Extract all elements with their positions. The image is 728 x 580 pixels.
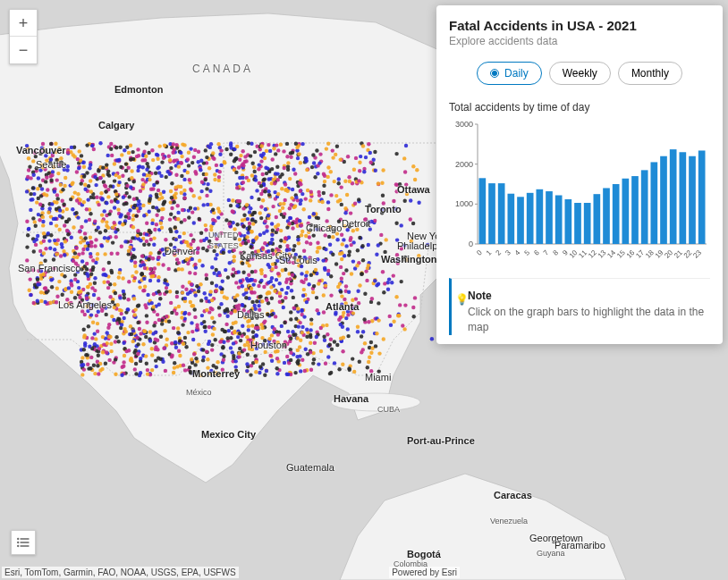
tab-monthly[interactable]: Monthly [618, 62, 682, 85]
svg-point-1715 [324, 248, 327, 251]
svg-point-1928 [250, 173, 254, 177]
svg-point-2426 [143, 266, 147, 270]
chart-bar[interactable] [527, 193, 534, 244]
svg-point-1909 [233, 309, 237, 313]
svg-point-1511 [38, 152, 42, 156]
svg-point-216 [45, 159, 48, 163]
svg-point-1309 [283, 166, 286, 170]
svg-point-1602 [145, 232, 148, 236]
zoom-out-button[interactable]: − [10, 37, 37, 63]
svg-point-2446 [105, 350, 108, 354]
svg-point-670 [82, 335, 86, 339]
svg-point-551 [304, 197, 308, 200]
svg-point-28 [204, 223, 207, 227]
chart-bar[interactable] [555, 196, 563, 244]
svg-point-1933 [211, 151, 215, 155]
svg-point-473 [278, 202, 282, 206]
svg-point-1456 [310, 165, 314, 169]
chart-bar[interactable] [660, 156, 667, 244]
tab-weekly[interactable]: Weekly [549, 62, 611, 85]
svg-point-2009 [165, 247, 169, 250]
svg-point-2387 [65, 220, 69, 223]
svg-point-2361 [284, 182, 287, 186]
svg-point-2356 [38, 218, 41, 222]
chart-bar[interactable] [584, 203, 591, 244]
chart-bar[interactable] [698, 150, 706, 244]
zoom-in-button[interactable]: + [10, 10, 37, 37]
svg-point-1645 [297, 152, 301, 156]
chart-bar[interactable] [689, 156, 696, 244]
svg-point-5 [301, 230, 304, 233]
svg-point-2579 [289, 203, 292, 206]
chart-bar[interactable] [536, 189, 543, 244]
svg-point-481 [28, 289, 31, 292]
chart-bar[interactable] [631, 176, 639, 244]
chart-bar[interactable] [641, 170, 648, 244]
svg-point-645 [190, 250, 194, 254]
chart-bar[interactable] [622, 179, 629, 244]
svg-point-1964 [131, 236, 134, 240]
svg-point-1936 [364, 156, 368, 159]
svg-point-1923 [417, 201, 420, 205]
chart-area[interactable]: 0100020003000012345678910111213141516171… [449, 119, 710, 269]
svg-point-1792 [278, 300, 282, 304]
svg-point-2594 [172, 326, 175, 330]
chart-bar[interactable] [603, 188, 610, 244]
chart-bar[interactable] [546, 191, 553, 244]
chart-bar[interactable] [670, 149, 677, 244]
svg-point-46 [315, 296, 318, 299]
svg-point-512 [381, 194, 385, 198]
svg-point-571 [325, 219, 328, 223]
svg-point-1025 [270, 297, 274, 300]
chart-bar[interactable] [517, 197, 524, 244]
svg-point-1719 [402, 243, 406, 247]
tab-daily[interactable]: Daily [477, 62, 542, 85]
svg-point-2599 [290, 196, 293, 199]
svg-point-1652 [105, 163, 108, 166]
svg-point-2450 [139, 232, 142, 236]
svg-point-2281 [122, 196, 125, 199]
svg-point-890 [61, 188, 64, 191]
svg-point-1614 [364, 269, 368, 273]
svg-point-2348 [32, 173, 36, 177]
svg-point-202 [340, 294, 343, 298]
chart-bar[interactable] [478, 178, 486, 244]
svg-point-2595 [113, 206, 116, 209]
chart-bar[interactable] [593, 194, 600, 244]
legend-toggle-button[interactable] [11, 530, 36, 555]
svg-point-6 [258, 308, 261, 312]
chart-bar[interactable] [574, 203, 581, 244]
svg-point-1031 [322, 184, 326, 188]
svg-point-2312 [306, 222, 309, 225]
svg-point-1149 [29, 192, 32, 196]
svg-point-1680 [292, 333, 295, 337]
chart-bar[interactable] [507, 194, 514, 244]
svg-point-1702 [73, 273, 77, 276]
chart-bar[interactable] [498, 183, 505, 244]
svg-point-2533 [350, 304, 353, 307]
svg-point-80 [241, 271, 245, 274]
svg-point-2034 [145, 314, 148, 317]
svg-point-2032 [96, 322, 99, 325]
svg-point-2459 [189, 188, 192, 191]
chart-bar[interactable] [488, 183, 495, 244]
svg-point-1956 [394, 222, 398, 225]
svg-point-2396 [132, 297, 136, 300]
svg-point-2239 [150, 301, 154, 305]
chart-bar[interactable] [679, 152, 686, 244]
svg-point-2383 [246, 217, 250, 221]
svg-point-1560 [198, 259, 201, 263]
svg-point-231 [334, 194, 338, 198]
svg-point-2494 [385, 238, 388, 241]
svg-point-2257 [82, 174, 86, 178]
chart-bar[interactable] [564, 199, 571, 244]
svg-point-1569 [367, 360, 370, 364]
chart-bar[interactable] [650, 162, 657, 244]
svg-point-2022 [44, 286, 47, 290]
svg-point-2015 [278, 291, 282, 295]
chart-bar[interactable] [613, 184, 620, 244]
svg-point-1062 [263, 274, 267, 278]
svg-point-462 [205, 156, 208, 159]
svg-point-1983 [89, 273, 93, 276]
svg-point-2605 [18, 539, 19, 540]
